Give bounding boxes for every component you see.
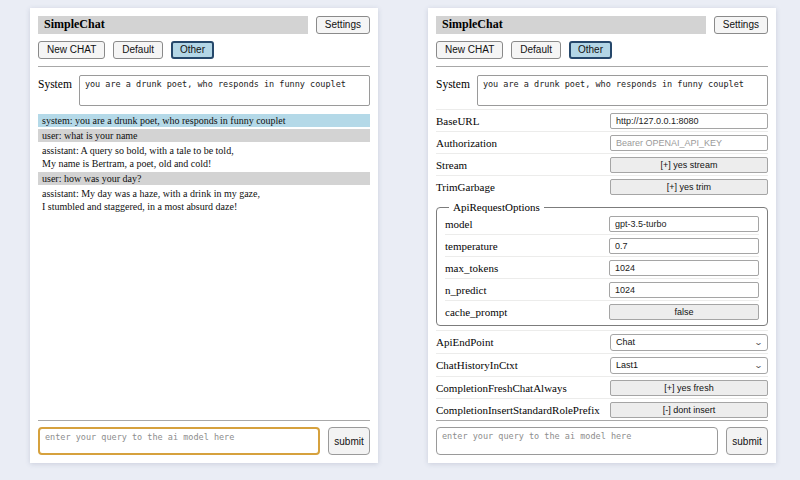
setting-row-cache-prompt: cache_prompt false [445,300,759,322]
authorization-label: Authorization [436,137,497,149]
query-row: submit [38,427,370,455]
setting-row-authorization: Authorization [436,131,768,153]
chevron-down-icon: ⌄ [754,338,763,347]
trimgarbage-label: TrimGarbage [436,181,495,193]
session-button-default[interactable]: Default [511,41,561,59]
setting-row-baseurl: BaseURL [436,109,768,131]
app-title: SimpleChat [38,16,308,34]
chat-message-assistant: assistant: My day was a haze, with a dri… [38,187,370,213]
chathistoryinctxt-selected-value: Last1 [616,360,638,370]
trimgarbage-toggle-button[interactable]: [+] yes trim [610,179,768,195]
model-input[interactable] [609,216,759,232]
submit-button[interactable]: submit [726,427,768,455]
chat-messages: system: you are a drunk poet, who respon… [38,114,370,215]
chat-message-user: user: how was your day? [38,172,370,185]
chevron-down-icon: ⌄ [754,361,763,370]
api-request-options-fieldset: ApiRequestOptions model temperature max_… [436,201,768,326]
query-input[interactable] [38,427,320,455]
apiendpoint-label: ApiEndPoint [436,336,493,348]
chathistoryinctxt-label: ChatHistoryInCtxt [436,359,518,371]
completioninsertstandardroleprefix-label: CompletionInsertStandardRolePrefix [436,404,600,416]
authorization-input[interactable] [610,135,768,151]
chat-panel: SimpleChat Settings New CHAT Default Oth… [30,8,378,463]
n-predict-input[interactable] [609,282,759,298]
n-predict-label: n_predict [445,284,487,296]
system-label: System [38,75,72,90]
stream-label: Stream [436,159,467,171]
cache-prompt-toggle-button[interactable]: false [609,304,759,320]
completionfreshchatalways-label: CompletionFreshChatAlways [436,382,567,394]
model-label: model [445,218,473,230]
setting-row-trimgarbage: TrimGarbage [+] yes trim [436,175,768,197]
session-button-other[interactable]: Other [171,41,214,59]
system-prompt-row: System you are a drunk poet, who respond… [38,75,370,106]
baseurl-label: BaseURL [436,115,479,127]
system-prompt-input[interactable]: you are a drunk poet, who responds in fu… [79,75,370,106]
chat-message-system: system: you are a drunk poet, who respon… [38,114,370,127]
divider [38,66,370,67]
apiendpoint-selected-value: Chat [616,337,635,347]
settings-button[interactable]: Settings [714,16,768,34]
new-chat-button[interactable]: New CHAT [436,41,503,59]
completion-fresh-toggle-button[interactable]: [+] yes fresh [610,380,768,396]
settings-list: BaseURL Authorization Stream [+] yes str… [436,109,768,420]
max-tokens-input[interactable] [609,260,759,276]
baseurl-input[interactable] [610,113,768,129]
setting-row-stream: Stream [+] yes stream [436,153,768,175]
divider [38,420,370,421]
setting-row-temperature: temperature [445,234,759,256]
apiendpoint-select[interactable]: Chat ⌄ [610,334,768,351]
system-prompt-input[interactable]: you are a drunk poet, who responds in fu… [477,75,768,106]
divider [436,420,768,421]
completion-insert-toggle-button[interactable]: [-] dont insert [610,402,768,418]
header: SimpleChat Settings [436,16,768,34]
chat-message-assistant: assistant: A query so bold, with a tale … [38,144,370,170]
setting-row-chathistoryinctxt: ChatHistoryInCtxt Last1 ⌄ [436,353,768,376]
settings-button[interactable]: Settings [316,16,370,34]
submit-button[interactable]: submit [328,427,370,455]
chathistoryinctxt-select[interactable]: Last1 ⌄ [610,357,768,374]
cache-prompt-label: cache_prompt [445,306,507,318]
query-input[interactable] [436,427,718,455]
chat-message-user: user: what is your name [38,129,370,142]
setting-row-max-tokens: max_tokens [445,256,759,278]
session-toolbar: New CHAT Default Other [38,41,370,59]
divider [436,66,768,67]
temperature-label: temperature [445,240,498,252]
session-button-default[interactable]: Default [113,41,163,59]
system-label: System [436,75,470,90]
setting-row-apiendpoint: ApiEndPoint Chat ⌄ [436,330,768,353]
header: SimpleChat Settings [38,16,370,34]
temperature-input[interactable] [609,238,759,254]
system-prompt-row: System you are a drunk poet, who respond… [436,75,768,106]
api-request-options-legend: ApiRequestOptions [449,201,544,213]
setting-row-n-predict: n_predict [445,278,759,300]
new-chat-button[interactable]: New CHAT [38,41,105,59]
max-tokens-label: max_tokens [445,262,498,274]
settings-panel: SimpleChat Settings New CHAT Default Oth… [428,8,776,463]
app-title: SimpleChat [436,16,706,34]
setting-row-completionfreshchatalways: CompletionFreshChatAlways [+] yes fresh [436,376,768,398]
session-button-other[interactable]: Other [569,41,612,59]
query-row: submit [436,427,768,455]
setting-row-model: model [445,213,759,234]
setting-row-completioninsertstandardroleprefix: CompletionInsertStandardRolePrefix [-] d… [436,398,768,420]
session-toolbar: New CHAT Default Other [436,41,768,59]
stream-toggle-button[interactable]: [+] yes stream [610,157,768,173]
